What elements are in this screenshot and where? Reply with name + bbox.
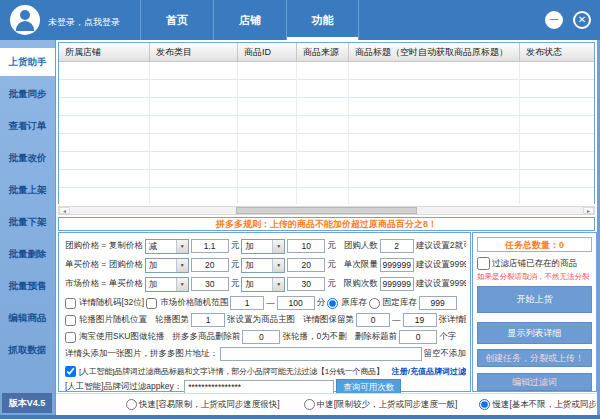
minimize-icon[interactable]: ─: [545, 11, 563, 29]
speed-fast-option[interactable]: 快速[容易限制，上货或同步速度很快]: [126, 399, 280, 411]
range-min-input[interactable]: [230, 296, 264, 310]
task-total-badge: 任务总数量：0: [477, 237, 592, 252]
group-val2-input[interactable]: [287, 239, 325, 253]
table-grid-col: [150, 62, 238, 204]
table-grid-col: [59, 62, 150, 204]
detail-image-suffix: 留空不添加: [424, 348, 467, 360]
close-icon[interactable]: ✕: [573, 11, 591, 29]
delete-title-input[interactable]: [399, 330, 437, 344]
original-stock-radio[interactable]: [327, 298, 338, 309]
scrollbar-thumb[interactable]: [236, 207, 418, 214]
horizontal-scrollbar[interactable]: ◄ ►: [58, 206, 595, 215]
group-hint: 建议设置2就可以: [416, 240, 466, 252]
range-max-input[interactable]: [277, 296, 315, 310]
create-task-button[interactable]: 创建任务，分裂或上传！: [477, 349, 592, 367]
group-count-input[interactable]: [380, 239, 414, 253]
col-product-id[interactable]: 商品ID: [238, 43, 297, 61]
detail-image-url-input[interactable]: [220, 347, 422, 361]
table-grid-col: [520, 62, 594, 204]
main-image-label2: 张设置为商品主图: [227, 314, 295, 326]
titlebar: 未登录，点我登录 首页 店铺 功能 ─ ✕: [0, 0, 600, 40]
filter-existing-label: 过滤店铺已存在的商品: [492, 258, 577, 270]
col-source[interactable]: 商品来源: [297, 43, 349, 61]
purchase-times-input[interactable]: [380, 277, 414, 291]
sidebar-item-scrape-data[interactable]: 抓取数据: [0, 338, 55, 362]
appkey-input[interactable]: [184, 380, 334, 394]
start-upload-button[interactable]: 开始上货: [477, 286, 592, 313]
table-grid-col: [349, 62, 520, 204]
speed-mid-label: 中速[限制较少，上货或同步速度一般]: [317, 399, 458, 411]
speed-fast-label: 快速[容易限制，上货或同步速度很快]: [139, 399, 280, 411]
single-price-label: 单买价格 = 团购价格: [65, 259, 143, 271]
scroll-right-icon[interactable]: ►: [583, 207, 594, 214]
main-image-index-input[interactable]: [191, 313, 225, 327]
speed-statusbar: 快速[容易限制，上货或同步速度很快] 中速[限制较少，上货或同步速度一般] 慢速…: [56, 393, 597, 415]
market-op2-select[interactable]: 加▼: [241, 277, 285, 292]
recharge-link[interactable]: 注册/充值品牌词过滤: [392, 366, 466, 377]
tab-shop[interactable]: 店铺: [213, 0, 286, 40]
settings-form: 团购价格 = 复制价格 减▼ 元 加▼ 元 团购人数 建议设置2就可以 单买价格…: [58, 232, 471, 392]
login-link[interactable]: 未登录，点我登录: [48, 16, 120, 29]
col-category[interactable]: 发布类目: [150, 43, 238, 61]
speed-slow-option[interactable]: 慢速[基本不限，上货或同步速度较慢]: [479, 399, 597, 411]
sidebar-item-batch-reprice[interactable]: 批量改价: [0, 146, 55, 170]
speed-mid-radio[interactable]: [304, 399, 315, 410]
single-val2-input[interactable]: [287, 258, 325, 272]
market-price-row: 市场价格 = 单买价格 加▼ 元 加▼ 元 限购次数 建议设置999999: [65, 276, 466, 292]
group-val1-input[interactable]: [191, 239, 229, 253]
group-op2-select[interactable]: 加▼: [241, 239, 285, 254]
col-status[interactable]: 发布状态: [520, 43, 594, 61]
market-op1-select[interactable]: 加▼: [145, 277, 189, 292]
filter-existing-checkbox[interactable]: [477, 257, 490, 270]
speed-mid-option[interactable]: 中速[限制较少，上货或同步速度一般]: [304, 399, 458, 411]
avatar[interactable]: [10, 5, 40, 35]
price-range-checkbox[interactable]: [146, 298, 157, 309]
market-val2-input[interactable]: [287, 277, 325, 291]
tab-home[interactable]: 首页: [140, 0, 213, 40]
sidebar-item-batch-delete[interactable]: 批量删除: [0, 242, 55, 266]
sidebar-item-batch-offshelf[interactable]: 批量下架: [0, 210, 55, 234]
chevron-down-icon: ▼: [176, 259, 188, 272]
edit-filter-words-button[interactable]: 编辑过滤词: [477, 373, 592, 391]
detail-keep-min-input[interactable]: [356, 313, 390, 327]
purchase-times-hint: 建议设置999999: [416, 278, 466, 290]
speed-slow-radio[interactable]: [479, 399, 490, 410]
sidebar-item-edit-product[interactable]: 编辑商品: [0, 306, 55, 330]
group-op1-select[interactable]: 减▼: [145, 239, 189, 254]
col-title[interactable]: 商品标题（空时自动获取商品原标题）: [349, 43, 520, 61]
main-image-label1: 轮播图第: [155, 314, 189, 326]
sidebar-item-view-orders[interactable]: 查看订单: [0, 114, 55, 138]
sidebar-item-upload-assistant[interactable]: 上货助手: [0, 48, 55, 76]
scroll-left-icon[interactable]: ◄: [59, 207, 70, 214]
sidebar-item-batch-presale[interactable]: 批量预售: [0, 274, 55, 298]
tab-features[interactable]: 功能: [286, 0, 359, 40]
fixed-stock-radio[interactable]: [369, 298, 380, 309]
appkey-label: [人工智能]品牌词过滤appkey：: [65, 381, 182, 393]
task-panel: 任务总数量：0 过滤店铺已存在的商品 如果是分裂请取消，不然无法分裂 开始上货 …: [472, 232, 597, 392]
delete-carousel-input[interactable]: [242, 330, 280, 344]
unit-label: 分: [317, 297, 326, 309]
sidebar-item-batch-onshelf[interactable]: 批量上架: [0, 178, 55, 202]
delete-carousel-suffix: 张轮播，0为不删: [282, 331, 346, 343]
brand-filter-checkbox[interactable]: [65, 366, 76, 377]
detail-keep-label: 详情图保留第: [303, 314, 354, 326]
sku-carousel-checkbox[interactable]: [65, 332, 76, 343]
limit-input[interactable]: [380, 258, 414, 272]
fixed-stock-input[interactable]: [419, 296, 457, 310]
single-op2-select[interactable]: 加▼: [241, 258, 285, 273]
carousel-random-checkbox[interactable]: [65, 315, 76, 326]
carousel-row: 轮播图片随机位置 轮播图第 张设置为商品主图 详情图保留第 — 张详情图片: [65, 312, 466, 328]
random-code-checkbox[interactable]: [65, 298, 76, 309]
sidebar-item-batch-sync[interactable]: 批量同步: [0, 82, 55, 106]
nav-tabs: 首页 店铺 功能: [140, 0, 359, 40]
speed-fast-radio[interactable]: [126, 399, 137, 410]
table-body: [59, 62, 594, 204]
app-window: 未登录，点我登录 首页 店铺 功能 ─ ✕ 上货助手 批量同步 查看订单 批量改…: [0, 0, 600, 419]
single-val1-input[interactable]: [191, 258, 229, 272]
chevron-down-icon: ▼: [272, 278, 284, 291]
detail-keep-max-input[interactable]: [403, 313, 437, 327]
market-val1-input[interactable]: [191, 277, 229, 291]
show-list-button[interactable]: 显示列表详细: [477, 322, 592, 344]
col-shop[interactable]: 所属店铺: [59, 43, 150, 61]
single-op1-select[interactable]: 加▼: [145, 258, 189, 273]
